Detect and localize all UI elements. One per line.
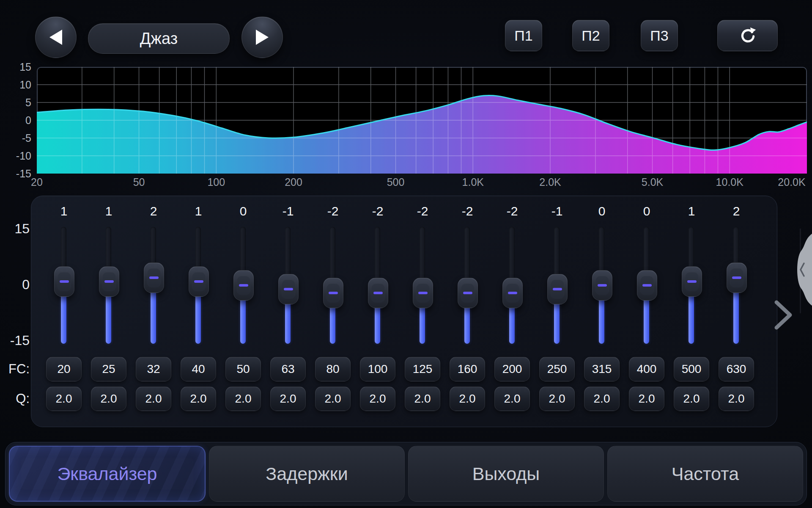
slider-handle-dash-icon (463, 292, 472, 294)
band-15-slider-handle[interactable] (682, 266, 702, 297)
band-15-slider-fill (689, 294, 694, 344)
band-6-slider-handle[interactable] (278, 274, 299, 304)
preset-slot-3-button[interactable]: П3 (641, 20, 678, 51)
band-1-fc-button[interactable]: 20 (46, 357, 82, 381)
band-12-slider-fill (554, 301, 560, 344)
band-6-q-button[interactable]: 2.0 (270, 387, 306, 411)
band-12-slider-handle[interactable] (547, 274, 568, 304)
eq-response-curve (37, 67, 807, 174)
reset-refresh-icon (738, 26, 757, 45)
band-12-fc-button[interactable]: 250 (539, 357, 575, 381)
band-13-q-button[interactable]: 2.0 (584, 387, 620, 411)
tab-equalizer[interactable]: Эквалайзер (9, 446, 206, 502)
band-2-q-button[interactable]: 2.0 (91, 387, 126, 411)
slider-handle-dash-icon (687, 280, 697, 283)
band-10-q-button[interactable]: 2.0 (450, 387, 485, 411)
slider-handle-dash-icon (373, 292, 383, 294)
preset-slot-2-button[interactable]: П2 (572, 20, 609, 51)
band-4-fc-button[interactable]: 40 (181, 357, 216, 381)
band-1-q-button[interactable]: 2.0 (46, 387, 82, 411)
band-9-q-button[interactable]: 2.0 (405, 387, 440, 411)
band-11-q-button[interactable]: 2.0 (494, 387, 530, 411)
band-15-q-button[interactable]: 2.0 (674, 387, 709, 411)
band-9-slider-fill (420, 305, 425, 344)
slider-handle-inset (416, 283, 430, 303)
band-8-slider-handle[interactable] (368, 278, 388, 308)
gain-scale-top-label: 15 (0, 221, 30, 237)
side-drawer-handle[interactable] (793, 234, 812, 306)
band-2-slider-handle[interactable] (99, 266, 119, 297)
preset-slot-1-button[interactable]: П1 (505, 20, 542, 51)
slider-handle-inset (595, 276, 609, 295)
tab-delays[interactable]: Задержки (209, 446, 405, 502)
band-2-slider-fill (106, 294, 111, 344)
band-2-fc-button[interactable]: 25 (91, 357, 126, 381)
band-13-fc-button[interactable]: 315 (584, 357, 620, 381)
x-tick-label: 500 (387, 176, 405, 188)
band-3-fc-button[interactable]: 32 (136, 357, 171, 381)
band-4-slider-handle[interactable] (189, 266, 209, 297)
band-8-q-button[interactable]: 2.0 (360, 387, 395, 411)
band-15-fc-button[interactable]: 500 (674, 357, 709, 381)
x-tick-label: 10.0K (716, 176, 743, 188)
slider-handle-dash-icon (598, 284, 607, 287)
band-14-q-button[interactable]: 2.0 (629, 387, 664, 411)
band-6-gain-value: -1 (266, 204, 310, 218)
band-9-gain-value: -2 (400, 204, 445, 218)
band-13-slider-handle[interactable] (592, 270, 612, 301)
band-7-slider-handle[interactable] (323, 278, 343, 308)
y-tick-label: 5 (9, 97, 31, 109)
slider-handle-inset (282, 279, 295, 299)
x-tick-label: 20.0K (778, 176, 805, 188)
next-bands-button[interactable] (771, 299, 796, 331)
band-10-fc-button[interactable]: 160 (450, 357, 485, 381)
band-6-slider-fill (285, 301, 291, 344)
tab-outputs[interactable]: Выходы (408, 446, 604, 502)
band-5-fc-button[interactable]: 50 (225, 357, 261, 381)
band-5-slider-handle[interactable] (233, 270, 254, 301)
gain-scale-zero-label: 0 (0, 277, 30, 293)
band-14-fc-button[interactable]: 400 (629, 357, 664, 381)
y-tick-label: -15 (9, 168, 31, 180)
band-9-fc-button[interactable]: 125 (405, 357, 440, 381)
x-tick-label: 2.0K (539, 176, 561, 188)
band-9-slider-handle[interactable] (413, 278, 433, 308)
tab-frequency[interactable]: Частота (607, 446, 803, 502)
band-11-fc-button[interactable]: 200 (494, 357, 530, 381)
band-11-slider-handle[interactable] (502, 278, 523, 308)
slider-handle-dash-icon (508, 292, 517, 294)
band-1-slider-handle[interactable] (54, 266, 74, 297)
band-16-q-button[interactable]: 2.0 (719, 387, 754, 411)
band-14-slider-handle[interactable] (637, 270, 657, 301)
band-2-gain-value: 1 (86, 204, 131, 218)
x-tick-label: 20 (31, 176, 43, 188)
preset-name-display[interactable]: Джаз (88, 23, 230, 54)
band-4-q-button[interactable]: 2.0 (181, 387, 216, 411)
band-8-fc-button[interactable]: 100 (360, 357, 395, 381)
band-12-q-button[interactable]: 2.0 (539, 387, 575, 411)
band-7-slider-fill (330, 305, 335, 344)
band-10-slider-fill (464, 305, 470, 344)
band-3-slider-fill (151, 290, 156, 344)
band-10-slider-handle[interactable] (458, 278, 478, 308)
preset-next-button[interactable] (241, 17, 283, 58)
slider-handle-dash-icon (642, 284, 652, 287)
band-16-fc-button[interactable]: 630 (719, 357, 754, 381)
slider-handle-inset (147, 268, 161, 287)
band-7-q-button[interactable]: 2.0 (315, 387, 351, 411)
band-11-gain-value: -2 (490, 204, 535, 218)
gain-scale-bottom-label: -15 (0, 333, 30, 348)
preset-prev-button[interactable] (35, 17, 77, 58)
band-16-slider-handle[interactable] (727, 262, 747, 293)
band-3-q-button[interactable]: 2.0 (136, 387, 171, 411)
band-8-slider-fill (375, 305, 380, 344)
band-3-slider-handle[interactable] (144, 262, 164, 293)
reset-button[interactable] (717, 20, 778, 51)
band-5-q-button[interactable]: 2.0 (225, 387, 261, 411)
band-6-fc-button[interactable]: 63 (270, 357, 306, 381)
band-13-gain-value: 0 (579, 204, 624, 218)
x-tick-label: 1.0K (462, 176, 484, 188)
band-7-fc-button[interactable]: 80 (315, 357, 351, 381)
band-14-slider-fill (644, 298, 649, 344)
slider-handle-dash-icon (149, 276, 159, 279)
